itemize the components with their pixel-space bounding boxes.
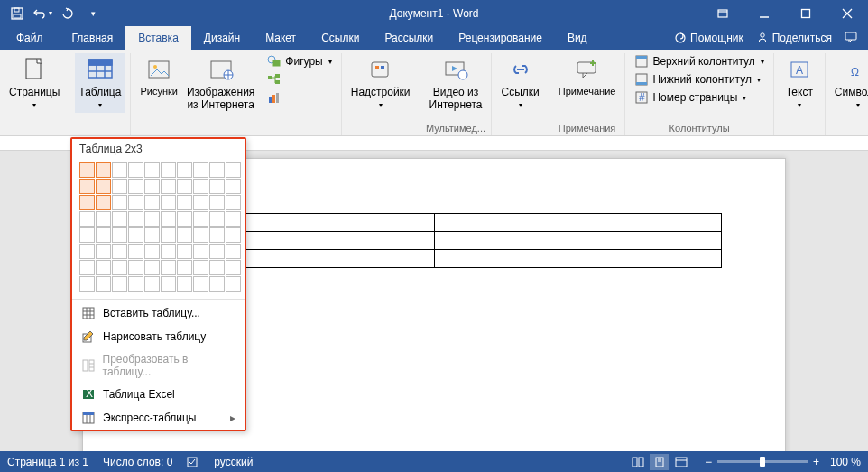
- grid-cell[interactable]: [226, 211, 241, 227]
- grid-cell[interactable]: [226, 276, 241, 292]
- grid-cell[interactable]: [112, 244, 127, 259]
- grid-cell[interactable]: [144, 244, 160, 259]
- read-mode-button[interactable]: [628, 454, 648, 470]
- grid-cell[interactable]: [193, 260, 208, 275]
- pages-button[interactable]: Страницы▾: [5, 53, 63, 113]
- page-status[interactable]: Страница 1 из 1: [7, 456, 88, 468]
- grid-cell[interactable]: [112, 260, 127, 275]
- grid-cell[interactable]: [96, 227, 111, 243]
- comment-button[interactable]: Примечание: [555, 53, 620, 99]
- grid-cell[interactable]: [161, 211, 176, 227]
- grid-cell[interactable]: [193, 195, 208, 210]
- language-status[interactable]: русский: [214, 456, 253, 468]
- grid-cell[interactable]: [128, 276, 143, 292]
- grid-cell[interactable]: [128, 211, 143, 227]
- share-button[interactable]: Поделиться: [756, 32, 832, 44]
- ribbon-display-button[interactable]: [702, 0, 743, 26]
- grid-cell[interactable]: [128, 162, 143, 178]
- grid-cell[interactable]: [79, 179, 95, 194]
- grid-cell[interactable]: [209, 195, 225, 210]
- grid-cell[interactable]: [112, 276, 127, 292]
- grid-cell[interactable]: [96, 276, 111, 292]
- grid-cell[interactable]: [112, 211, 127, 227]
- grid-cell[interactable]: [144, 276, 160, 292]
- table-size-grid[interactable]: [72, 159, 245, 297]
- zoom-slider[interactable]: [717, 460, 808, 463]
- tab-design[interactable]: Дизайн: [191, 26, 253, 50]
- grid-cell[interactable]: [161, 260, 176, 275]
- grid-cell[interactable]: [193, 162, 208, 178]
- grid-cell[interactable]: [161, 195, 176, 210]
- grid-cell[interactable]: [144, 227, 160, 243]
- spellcheck-status[interactable]: [187, 456, 199, 468]
- draw-table-item[interactable]: Нарисовать таблицу: [72, 325, 245, 348]
- grid-cell[interactable]: [226, 179, 241, 194]
- grid-cell[interactable]: [112, 227, 127, 243]
- tab-mailings[interactable]: Рассылки: [372, 26, 446, 50]
- grid-cell[interactable]: [177, 276, 192, 292]
- grid-cell[interactable]: [96, 195, 111, 210]
- grid-cell[interactable]: [226, 162, 241, 178]
- grid-cell[interactable]: [226, 260, 241, 275]
- qat-customize-button[interactable]: ▾: [81, 3, 105, 24]
- redo-button[interactable]: [56, 3, 79, 24]
- grid-cell[interactable]: [209, 162, 225, 178]
- grid-cell[interactable]: [193, 227, 208, 243]
- web-layout-button[interactable]: [671, 454, 691, 470]
- word-count[interactable]: Число слов: 0: [103, 456, 172, 468]
- grid-cell[interactable]: [209, 211, 225, 227]
- links-button[interactable]: Ссылки▾: [497, 53, 542, 113]
- close-button[interactable]: [826, 0, 868, 26]
- grid-cell[interactable]: [226, 195, 241, 210]
- grid-cell[interactable]: [79, 162, 95, 178]
- grid-cell[interactable]: [226, 227, 241, 243]
- grid-cell[interactable]: [177, 162, 192, 178]
- pictures-button[interactable]: Рисунки: [136, 53, 181, 99]
- grid-cell[interactable]: [96, 162, 111, 178]
- grid-cell[interactable]: [112, 162, 127, 178]
- tab-layout[interactable]: Макет: [253, 26, 309, 50]
- grid-cell[interactable]: [79, 195, 95, 210]
- grid-cell[interactable]: [209, 179, 225, 194]
- excel-table-item[interactable]: XТаблица Excel: [72, 383, 245, 406]
- grid-cell[interactable]: [128, 179, 143, 194]
- grid-cell[interactable]: [161, 179, 176, 194]
- quick-tables-item[interactable]: Экспресс-таблицы▸: [72, 406, 245, 430]
- grid-cell[interactable]: [177, 195, 192, 210]
- chart-button[interactable]: [263, 89, 335, 106]
- grid-cell[interactable]: [128, 260, 143, 275]
- undo-button[interactable]: ▾: [31, 3, 54, 24]
- grid-cell[interactable]: [209, 244, 225, 259]
- online-pictures-button[interactable]: Изображенияиз Интернета: [183, 53, 258, 114]
- text-button[interactable]: AТекст▾: [780, 53, 819, 113]
- grid-cell[interactable]: [161, 244, 176, 259]
- zoom-out-button[interactable]: −: [706, 456, 712, 468]
- grid-cell[interactable]: [193, 244, 208, 259]
- grid-cell[interactable]: [193, 179, 208, 194]
- addins-button[interactable]: Надстройки▾: [347, 53, 414, 113]
- grid-cell[interactable]: [79, 244, 95, 259]
- grid-cell[interactable]: [144, 260, 160, 275]
- grid-cell[interactable]: [209, 260, 225, 275]
- symbols-button[interactable]: ΩСимволы▾: [831, 53, 868, 113]
- grid-cell[interactable]: [79, 211, 95, 227]
- grid-cell[interactable]: [96, 211, 111, 227]
- insert-table-item[interactable]: Вставить таблицу...: [72, 301, 245, 325]
- grid-cell[interactable]: [161, 276, 176, 292]
- grid-cell[interactable]: [209, 276, 225, 292]
- grid-cell[interactable]: [193, 211, 208, 227]
- grid-cell[interactable]: [79, 227, 95, 243]
- tab-file[interactable]: Файл: [0, 26, 60, 50]
- grid-cell[interactable]: [79, 260, 95, 275]
- grid-cell[interactable]: [161, 227, 176, 243]
- table-button[interactable]: Таблица▾: [75, 53, 125, 113]
- print-layout-button[interactable]: [650, 454, 669, 470]
- grid-cell[interactable]: [96, 244, 111, 259]
- tell-me[interactable]: Помощник: [674, 32, 743, 44]
- footer-button[interactable]: Нижний колонтитул▾: [631, 71, 767, 88]
- grid-cell[interactable]: [79, 276, 95, 292]
- header-button[interactable]: Верхний колонтитул▾: [631, 53, 767, 69]
- save-button[interactable]: [5, 3, 29, 24]
- page-number-button[interactable]: #Номер страницы▾: [631, 89, 767, 106]
- tab-view[interactable]: Вид: [555, 26, 600, 50]
